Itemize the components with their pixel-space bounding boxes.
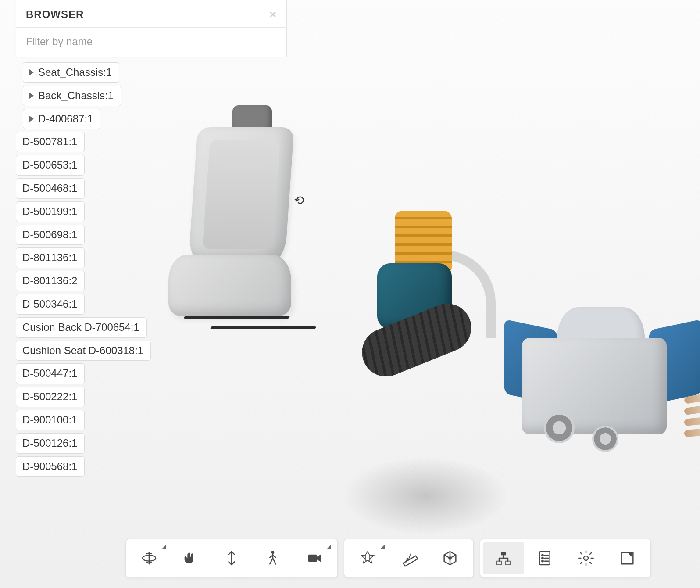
- tree-item[interactable]: Back_Chassis:1: [23, 86, 121, 106]
- tree-item-label: Back_Chassis:1: [38, 90, 114, 102]
- updown-icon: [223, 549, 240, 567]
- tree-item-label: D-500468:1: [22, 182, 77, 195]
- model-tree-button[interactable]: [483, 542, 524, 574]
- properties-button[interactable]: [524, 542, 565, 574]
- svg-point-10: [542, 555, 543, 556]
- browser-tree: Seat_Chassis:1Back_Chassis:1D-400687:1D-…: [16, 62, 151, 477]
- svg-point-13: [584, 556, 588, 560]
- submenu-indicator-icon: [327, 545, 331, 549]
- pan-icon: [182, 549, 199, 567]
- pan-button[interactable]: [170, 542, 211, 574]
- viewer-toolbar: [125, 539, 651, 577]
- orbit-button[interactable]: [129, 542, 170, 574]
- browser-title: BROWSER: [26, 8, 84, 21]
- tree-item[interactable]: D-500653:1: [16, 155, 85, 176]
- tree-item[interactable]: Cushion Seat D-600318:1: [16, 341, 151, 361]
- browser-header: BROWSER ×: [16, 0, 286, 28]
- tool-group-inspect: [344, 539, 474, 577]
- tree-item-label: D-500222:1: [22, 391, 77, 403]
- tree-item[interactable]: D-400687:1: [23, 109, 100, 129]
- walk-icon: [264, 549, 282, 567]
- model-tree-icon: [495, 549, 512, 567]
- tree-item[interactable]: D-500781:1: [16, 132, 85, 152]
- section-icon: [441, 549, 459, 567]
- tree-item-label: D-900100:1: [22, 414, 77, 427]
- tree-item-label: D-801136:1: [22, 251, 77, 264]
- tree-item[interactable]: D-500447:1: [16, 363, 85, 384]
- tree-item-label: Seat_Chassis:1: [38, 66, 112, 79]
- orbit-icon: [140, 549, 158, 567]
- ground-shadow: [342, 456, 509, 535]
- tree-item[interactable]: D-500698:1: [16, 225, 85, 245]
- caret-right-icon: [29, 69, 34, 75]
- camera-button[interactable]: [293, 542, 335, 574]
- svg-point-11: [542, 557, 543, 559]
- svg-rect-4: [403, 556, 418, 566]
- submenu-indicator-icon: [381, 545, 385, 549]
- close-icon[interactable]: ×: [269, 8, 277, 21]
- updown-button[interactable]: [211, 542, 252, 574]
- tree-item-label: D-400687:1: [38, 113, 93, 125]
- measure-icon: [400, 549, 418, 567]
- fullscreen-button[interactable]: [607, 542, 648, 574]
- settings-button[interactable]: [565, 542, 607, 574]
- model-v8-engine[interactable]: [496, 294, 697, 470]
- tree-item-label: D-500653:1: [22, 159, 77, 172]
- tree-item[interactable]: D-801136:2: [16, 271, 85, 291]
- fullscreen-icon: [618, 549, 636, 567]
- caret-right-icon: [29, 93, 34, 99]
- viewport-3d[interactable]: BROWSER × Seat_Chassis:1Back_Chassis:1D-…: [0, 0, 700, 588]
- svg-point-5: [449, 557, 451, 559]
- svg-point-12: [542, 560, 543, 562]
- model-nitro-engine[interactable]: [346, 211, 496, 373]
- filter-input[interactable]: [16, 28, 286, 57]
- tree-item[interactable]: D-801136:1: [16, 247, 85, 268]
- tree-item[interactable]: D-500222:1: [16, 387, 85, 407]
- tree-item-label: Cushion Seat D-600318:1: [22, 344, 143, 357]
- tree-item[interactable]: D-500199:1: [16, 201, 85, 222]
- tree-item-label: D-500199:1: [22, 205, 77, 218]
- tree-item-label: D-500346:1: [22, 298, 77, 311]
- tree-item-label: D-900568:1: [22, 460, 77, 473]
- tool-group-panels: [480, 539, 651, 577]
- tree-item[interactable]: D-500468:1: [16, 178, 85, 199]
- tree-item-label: D-500698:1: [22, 229, 77, 241]
- tree-item-label: Cusion Back D-700654:1: [22, 321, 139, 334]
- tree-item[interactable]: D-900100:1: [16, 410, 85, 430]
- tree-item[interactable]: D-500346:1: [16, 294, 85, 315]
- browser-panel: BROWSER ×: [16, 0, 287, 57]
- measure-button[interactable]: [388, 542, 429, 574]
- tree-item-label: D-801136:2: [22, 275, 77, 287]
- caret-right-icon: [29, 116, 34, 122]
- tree-item-label: D-500781:1: [22, 136, 77, 148]
- tool-group-navigation: [125, 539, 338, 577]
- tree-item[interactable]: D-900568:1: [16, 456, 85, 477]
- walk-button[interactable]: [252, 542, 293, 574]
- tree-item[interactable]: Cusion Back D-700654:1: [16, 317, 147, 338]
- tree-item[interactable]: Seat_Chassis:1: [23, 62, 119, 83]
- explode-icon: [359, 549, 376, 567]
- section-button[interactable]: [429, 542, 471, 574]
- properties-icon: [536, 549, 554, 567]
- submenu-indicator-icon: [162, 545, 166, 549]
- explode-button[interactable]: [347, 542, 388, 574]
- model-car-seat[interactable]: [158, 110, 294, 347]
- svg-rect-3: [365, 556, 370, 560]
- tree-item-label: D-500447:1: [22, 367, 77, 380]
- camera-icon: [305, 549, 323, 567]
- settings-icon: [577, 549, 595, 567]
- tree-item[interactable]: D-500126:1: [16, 433, 85, 454]
- svg-rect-2: [308, 555, 317, 562]
- tree-item-label: D-500126:1: [22, 437, 77, 450]
- orbit-cursor-icon: ⟲: [294, 193, 304, 208]
